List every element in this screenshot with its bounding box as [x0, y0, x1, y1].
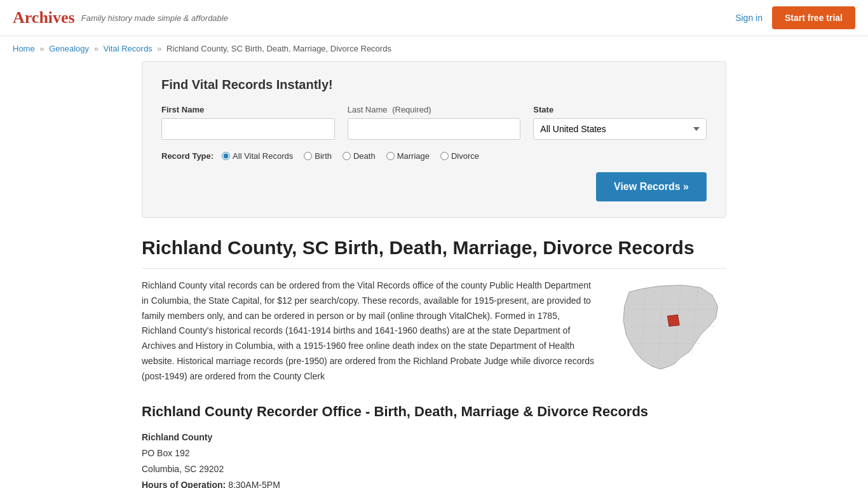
- logo-tagline: Family history made simple & affordable: [81, 13, 228, 23]
- radio-marriage[interactable]: [386, 152, 395, 160]
- record-type-row: Record Type: All Vital Records Birth Dea…: [161, 151, 707, 161]
- header-actions: Sign in Start free trial: [735, 6, 855, 29]
- recorder-address-1: PO Box 192: [142, 445, 726, 461]
- first-name-label: First Name: [161, 105, 335, 114]
- recorder-info: Richland County PO Box 192 Columbia, SC …: [142, 430, 726, 488]
- radio-divorce[interactable]: [440, 152, 449, 160]
- first-name-group: First Name: [161, 105, 335, 140]
- hours-value: 8:30AM-5PM: [228, 480, 280, 488]
- sc-map-svg: [612, 278, 726, 380]
- search-box: Find Vital Records Instantly! First Name…: [142, 61, 726, 218]
- record-type-label: Record Type:: [161, 151, 214, 161]
- site-header: Archives Family history made simple & af…: [0, 0, 868, 36]
- breadcrumb-genealogy[interactable]: Genealogy: [49, 44, 89, 53]
- recorder-hours: Hours of Operation: 8:30AM-5PM: [142, 477, 726, 488]
- recorder-address-2: Columbia, SC 29202: [142, 461, 726, 477]
- header-logo-area: Archives Family history made simple & af…: [13, 8, 228, 27]
- recorder-section-title: Richland County Recorder Office - Birth,…: [142, 403, 726, 420]
- state-map: [612, 278, 726, 380]
- view-records-button[interactable]: View Records »: [596, 172, 707, 201]
- record-type-death[interactable]: Death: [342, 151, 376, 161]
- main-content: Find Vital Records Instantly! First Name…: [129, 61, 739, 488]
- content-description: Richland County vital records can be ord…: [142, 278, 596, 384]
- search-heading: Find Vital Records Instantly!: [161, 78, 707, 92]
- recorder-section: Richland County Recorder Office - Birth,…: [142, 403, 726, 488]
- breadcrumb-home[interactable]: Home: [13, 44, 35, 53]
- last-name-required: (Required): [392, 105, 431, 114]
- sign-in-link[interactable]: Sign in: [735, 13, 763, 23]
- page-title: Richland County, SC Birth, Death, Marria…: [142, 237, 726, 269]
- breadcrumb-vital-records[interactable]: Vital Records: [104, 44, 153, 53]
- start-trial-button[interactable]: Start free trial: [772, 6, 855, 29]
- radio-all-vital[interactable]: [222, 152, 230, 160]
- logo-text: Archives: [13, 8, 75, 27]
- richland-county-highlight: [667, 315, 679, 327]
- breadcrumb-sep-2: »: [94, 44, 98, 53]
- content-section: Richland County vital records can be ord…: [142, 278, 726, 384]
- record-type-birth[interactable]: Birth: [304, 151, 332, 161]
- site-logo: Archives: [13, 8, 75, 27]
- recorder-county-name: Richland County: [142, 430, 726, 445]
- record-type-all[interactable]: All Vital Records: [222, 151, 293, 161]
- state-group: State All United States South Carolina A…: [533, 105, 707, 140]
- breadcrumb-sep-3: »: [157, 44, 161, 53]
- hours-label: Hours of Operation:: [142, 480, 226, 488]
- state-select[interactable]: All United States South Carolina Alabama…: [533, 118, 707, 140]
- breadcrumb-sep-1: »: [39, 44, 44, 53]
- breadcrumb-current: Richland County, SC Birth, Death, Marria…: [166, 44, 391, 53]
- record-type-divorce[interactable]: Divorce: [440, 151, 479, 161]
- breadcrumb: Home » Genealogy » Vital Records » Richl…: [0, 36, 868, 61]
- state-label: State: [533, 105, 707, 114]
- record-type-marriage[interactable]: Marriage: [386, 151, 430, 161]
- radio-death[interactable]: [342, 152, 351, 160]
- description-paragraph: Richland County vital records can be ord…: [142, 278, 596, 384]
- first-name-input[interactable]: [161, 118, 335, 140]
- last-name-group: Last Name (Required): [348, 105, 521, 140]
- search-fields-row: First Name Last Name (Required) State Al…: [161, 105, 707, 140]
- radio-birth[interactable]: [304, 152, 312, 160]
- last-name-input[interactable]: [348, 118, 521, 140]
- last-name-label: Last Name (Required): [348, 105, 521, 114]
